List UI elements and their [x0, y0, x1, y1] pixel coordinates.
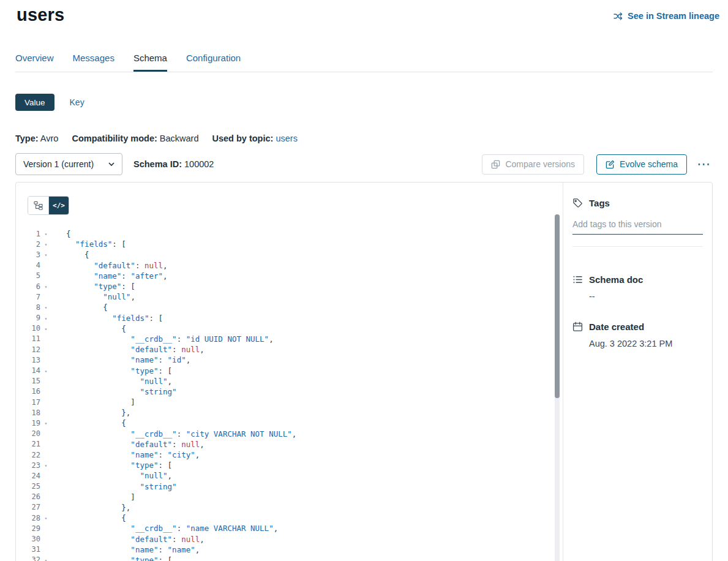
code-line: 17 ]: [16, 397, 563, 407]
line-number: 28: [16, 514, 40, 522]
code-line: 5 "name": "after",: [16, 271, 563, 281]
tree-view-icon: [34, 201, 43, 210]
schema-id-value: 100002: [184, 159, 214, 169]
stream-lineage-link[interactable]: See in Stream lineage: [614, 11, 719, 21]
add-tags-input[interactable]: [572, 217, 703, 235]
code-text: {: [66, 324, 126, 333]
type-value: Avro: [40, 134, 59, 143]
code-text: "name": "id",: [66, 355, 190, 364]
code-line: 30 "default": null,: [16, 533, 563, 544]
type-item: Type: Avro: [15, 134, 58, 143]
code-text: "null",: [66, 471, 172, 480]
code-text: "default": null,: [66, 345, 205, 354]
tag-icon: [572, 198, 583, 208]
date-created-icon: [572, 322, 583, 332]
collapse-arrow-icon[interactable]: ▾: [40, 420, 51, 426]
line-number: 14: [16, 366, 40, 375]
date-created-value: Aug. 3 2022 3:21 PM: [572, 339, 703, 348]
code-line: 26 ]: [16, 492, 563, 502]
code-line: 14▾ "type": [: [16, 365, 563, 375]
line-number: 19: [16, 419, 40, 427]
code-text: "__crdb__": "name VARCHAR NULL",: [66, 524, 278, 533]
value-key-toggle: Value Key: [0, 94, 728, 111]
collapse-arrow-icon[interactable]: ▾: [40, 462, 51, 469]
code-text: "__crdb__": "city VARCHAR NOT NULL",: [66, 429, 296, 439]
tab-overview[interactable]: Overview: [15, 53, 54, 72]
code-line: 11 "__crdb__": "id UUID NOT NULL",: [16, 334, 563, 344]
key-toggle-button[interactable]: Key: [66, 97, 88, 108]
code-line: 31 "name": "name",: [16, 544, 563, 555]
compare-versions-button[interactable]: Compare versions: [482, 154, 584, 175]
code-line: 8▾ {: [16, 302, 563, 312]
date-created-section: Date created Aug. 3 2022 3:21 PM: [572, 322, 703, 348]
code-line: 23▾ "type": [: [16, 460, 563, 470]
line-number: 31: [16, 545, 40, 554]
code-line: 32▾ "type": [: [16, 555, 563, 561]
code-view-button[interactable]: </>: [48, 197, 69, 214]
code-text: "name": "city",: [66, 450, 200, 459]
topic-link[interactable]: users: [276, 134, 297, 143]
collapse-arrow-icon[interactable]: ▾: [40, 304, 51, 311]
page-title: users: [17, 5, 64, 25]
code-text: },: [66, 408, 130, 417]
evolve-schema-button[interactable]: Evolve schema: [596, 154, 687, 175]
code-text: "fields": [: [66, 314, 163, 323]
code-line: 20 "__crdb__": "city VARCHAR NOT NULL",: [16, 429, 563, 439]
version-select[interactable]: Version 1 (current): [15, 153, 122, 175]
line-number: 8: [16, 303, 40, 312]
line-number: 32: [16, 555, 40, 561]
code-line: 22 "name": "city",: [16, 450, 563, 460]
code-text: ]: [66, 397, 135, 407]
scrollbar[interactable]: [555, 214, 560, 561]
schema-doc-title: Schema doc: [589, 274, 643, 285]
code-text: "name": "after",: [66, 271, 168, 280]
code-text: {: [66, 418, 126, 427]
line-number: 13: [16, 356, 40, 364]
collapse-arrow-icon[interactable]: ▾: [40, 557, 51, 561]
tree-view-button[interactable]: [28, 197, 48, 214]
collapse-arrow-icon[interactable]: ▾: [40, 325, 51, 332]
schema-meta: Type: Avro Compatibility mode: Backward …: [0, 134, 728, 143]
schema-id: Schema ID: 100002: [133, 159, 214, 169]
collapse-arrow-icon[interactable]: ▾: [40, 315, 51, 322]
code-line: 28▾ {: [16, 513, 563, 523]
collapse-arrow-icon[interactable]: ▾: [40, 241, 51, 247]
code-line: 15 "null",: [16, 376, 563, 386]
code-text: {: [66, 229, 71, 238]
collapse-arrow-icon[interactable]: ▾: [40, 251, 51, 258]
line-number: 22: [16, 451, 40, 459]
details-sidebar: Tags Schema doc -- Date created Aug. 3 2…: [563, 183, 712, 561]
line-number: 9: [16, 314, 40, 322]
code-text: "name": "name",: [66, 545, 200, 554]
tab-configuration[interactable]: Configuration: [186, 53, 241, 72]
code-line: 10▾ {: [16, 323, 563, 334]
code-line: 12 "default": null,: [16, 344, 563, 355]
code-line: 25 "string": [16, 481, 563, 492]
collapse-arrow-icon[interactable]: ▾: [40, 283, 51, 290]
tab-bar: Overview Messages Schema Configuration: [15, 53, 713, 72]
collapse-arrow-icon[interactable]: ▾: [40, 367, 51, 374]
value-toggle-button[interactable]: Value: [15, 94, 54, 111]
collapse-arrow-icon[interactable]: ▾: [40, 230, 51, 237]
code-line: 29 "__crdb__": "name VARCHAR NULL",: [16, 523, 563, 533]
line-number: 5: [16, 271, 40, 280]
collapse-arrow-icon[interactable]: ▾: [40, 514, 51, 521]
tags-section: Tags: [572, 198, 703, 247]
line-number: 17: [16, 398, 40, 407]
code-text: "default": null,: [66, 440, 205, 449]
code-text: "type": [: [66, 555, 172, 561]
type-label: Type:: [15, 134, 39, 143]
evolve-icon: [606, 160, 615, 169]
tab-schema[interactable]: Schema: [133, 53, 167, 72]
tab-messages[interactable]: Messages: [73, 53, 114, 72]
code-text: "type": [: [66, 366, 172, 375]
line-number: 7: [16, 293, 40, 301]
scrollbar-thumb[interactable]: [555, 214, 560, 398]
line-number: 1: [16, 230, 40, 238]
topic-item: Used by topic: users: [212, 134, 297, 143]
code-line: 16 "string": [16, 386, 563, 397]
code-text: {: [66, 513, 126, 522]
line-number: 26: [16, 492, 40, 501]
more-options-button[interactable]: ⋯: [694, 157, 713, 171]
tags-header: Tags: [572, 198, 703, 208]
